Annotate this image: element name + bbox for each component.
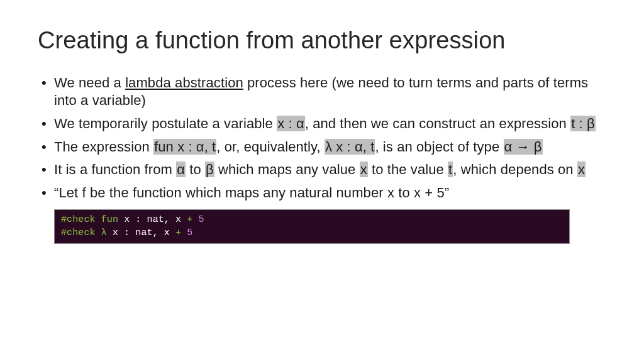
code-operator: + [175, 228, 187, 238]
bullet-postulate-variable: We temporarily postulate a variable x : … [38, 115, 606, 133]
underlined-term: lambda abstraction [125, 75, 243, 90]
bullet-fun-expression: The expression fun x : α, t, or, equival… [38, 138, 606, 156]
text-fragment: The expression [54, 139, 153, 155]
bullet-function-mapping: It is a function from α to β which maps … [38, 161, 606, 179]
text-fragment: , which depends on [453, 162, 577, 177]
text-fragment: , or, equivalently, [216, 139, 325, 155]
bullet-list: We need a lambda abstraction process her… [38, 74, 606, 202]
bullet-let-f-example: “Let f be the function which maps any na… [38, 184, 606, 202]
code-variable: x : nat, x [124, 214, 187, 225]
highlighted-code: λ x : α, t [325, 139, 375, 155]
highlighted-code: fun x : α, t [153, 139, 216, 155]
code-keyword: #check λ [61, 228, 113, 238]
code-line: #check fun x : nat, x + 5 [61, 214, 563, 226]
highlighted-code: β [205, 162, 214, 177]
text-fragment: , and then we can construct an expressio… [305, 116, 570, 131]
highlighted-code: x [577, 162, 586, 177]
code-keyword: #check fun [61, 214, 124, 225]
text-fragment: It is a function from [54, 162, 176, 177]
highlighted-code: α [176, 162, 186, 177]
text-fragment: to the value [368, 162, 448, 177]
text-fragment: , is an object of type [375, 139, 503, 155]
highlighted-code: x : α [277, 116, 305, 131]
code-block: #check fun x : nat, x + 5 #check λ x : n… [54, 209, 570, 244]
highlighted-code: α → β [504, 139, 543, 155]
bullet-lambda-abstraction: We need a lambda abstraction process her… [38, 74, 606, 110]
code-line: #check λ x : nat, x + 5 [61, 227, 563, 239]
code-number: 5 [198, 214, 204, 225]
text-fragment: We temporarily postulate a variable [54, 116, 277, 131]
highlighted-code: x [360, 162, 368, 177]
code-variable: x : nat, x [113, 228, 175, 238]
code-number: 5 [187, 228, 192, 238]
text-fragment: to [186, 162, 205, 177]
page-title: Creating a function from another express… [38, 28, 606, 54]
text-fragment: We need a [54, 75, 125, 90]
code-operator: + [187, 214, 198, 225]
text-fragment: which maps any value [214, 162, 360, 177]
highlighted-code: t : β [570, 116, 596, 131]
